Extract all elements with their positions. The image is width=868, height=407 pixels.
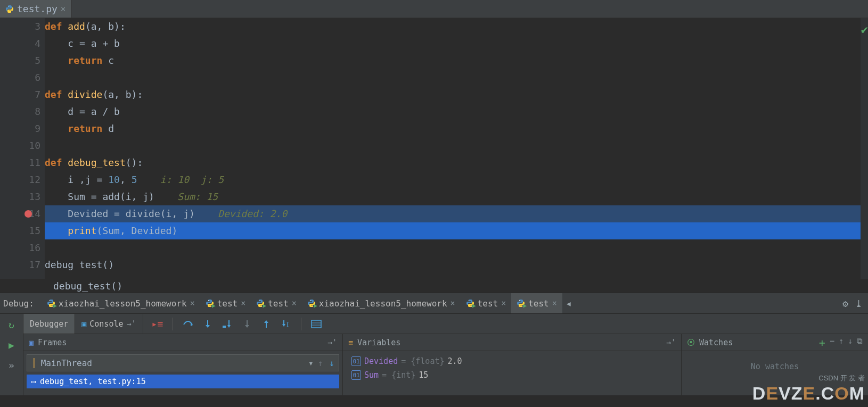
remove-watch-icon[interactable]: − [830,336,834,349]
code-line[interactable]: def debug_test(): [45,154,868,171]
close-icon[interactable]: × [61,4,66,14]
evaluate-expression-icon[interactable] [311,320,322,328]
debug-tab-label: test [478,298,498,309]
watch-up-icon[interactable]: ↑ [839,336,844,349]
console-subtab[interactable]: ▣ Console →' [75,314,143,334]
close-icon[interactable]: × [190,298,195,308]
code-line[interactable]: def add(a, b): [45,18,868,35]
debug-session-tab[interactable]: ▶test× [200,293,251,313]
restore-layout-icon[interactable]: →' [666,338,676,347]
code-line[interactable]: def divide(a, b): [45,86,868,103]
python-run-icon: ▶ [47,299,55,308]
settings-icon[interactable]: ⚙ [842,298,848,309]
variable-row[interactable]: 01 Devided = {float} 2.0 [347,354,677,368]
code-line[interactable]: c = a + b [45,35,868,52]
file-tab-bar: test.py × [0,0,868,18]
frame-up-icon[interactable]: ↑ [318,358,323,368]
svg-point-3 [52,306,53,306]
step-into-icon[interactable] [203,319,212,329]
stack-frame-label: debug_test, test.py:15 [40,377,146,386]
code-line[interactable]: print(Sum, Devided) [45,222,868,239]
frames-title: Frames [38,338,67,347]
scrollbar-track[interactable] [861,18,868,279]
svg-point-10 [468,300,469,301]
variables-panel: ≡ Variables →' 01 Devided = {float} 2.00… [343,334,682,395]
line-number-gutter[interactable]: 34567891011121314151617 [0,18,45,279]
var-name: Devided [364,356,398,366]
svg-point-2 [50,300,50,301]
inspection-ok-icon[interactable]: ✔ [861,21,868,38]
resume-button[interactable]: ▶ [4,337,19,352]
variables-title: Variables [357,338,400,347]
debug-tab-label: test [217,298,238,309]
force-step-into-icon[interactable] [242,319,252,329]
code-line[interactable]: d = a / b [45,103,868,120]
svg-point-6 [259,300,259,301]
code-line[interactable]: return d [45,120,868,137]
svg-rect-14 [223,326,226,328]
more-button[interactable]: » [4,358,19,372]
debug-session-tab[interactable]: ▶xiaozhai_lesson5_homework× [302,293,461,313]
debug-session-tab[interactable]: ▶test× [511,293,562,313]
debug-session-tab[interactable]: ▶test× [461,293,512,313]
close-icon[interactable]: × [451,298,455,308]
file-tab-label: test.py [17,3,58,14]
duplicate-watch-icon[interactable]: ⧉ [857,336,863,349]
step-out-icon[interactable] [261,319,271,329]
code-line[interactable]: i ,j = 10, 5 i: 10 j: 5 [45,171,868,188]
var-type: = {float} [401,356,444,366]
restore-layout-icon[interactable]: →' [327,338,337,347]
close-icon[interactable]: × [292,298,297,308]
variables-icon: ≡ [348,338,353,347]
close-icon[interactable]: × [501,298,506,308]
svg-point-0 [8,5,9,6]
close-icon[interactable]: × [241,298,245,308]
python-file-icon [5,5,14,13]
stack-frame-row[interactable]: ▭ debug_test, test.py:15 [27,375,339,388]
var-type-badge: 01 [351,370,361,380]
svg-point-1 [11,11,11,12]
svg-point-12 [519,300,520,301]
code-line[interactable] [45,239,868,256]
debug-exec-preview: debug_test() [0,279,868,293]
code-line[interactable]: Sum = add(i, j) Sum: 15 [45,188,868,205]
thread-selector[interactable]: ⎮ MainThread ▾ ↑ ↓ [27,354,339,371]
add-watch-icon[interactable]: + [819,336,825,349]
exec-line-text: debug_test() [53,280,122,292]
debug-tool-window-header: Debug: ▶xiaozhai_lesson5_homework×▶test×… [0,293,868,314]
breakpoint-icon[interactable] [24,210,32,218]
variable-row[interactable]: 01 Sum = {int} 15 [347,368,677,382]
show-execution-point-icon[interactable]: ▸≡ [152,318,163,329]
frame-down-icon[interactable]: ↓ [329,358,334,368]
scroll-left-icon[interactable]: ◂ [562,297,575,310]
debug-session-tab[interactable]: ▶test× [251,293,302,313]
dropdown-icon[interactable]: ▾ [308,358,314,368]
run-to-cursor-icon[interactable]: I [281,319,291,329]
code-line[interactable]: debug test() [45,256,868,273]
frames-icon: ▣ [29,338,34,347]
code-line[interactable]: Devided = divide(i, j) Devided: 2.0 [45,205,868,222]
var-type: = {int} [382,370,415,380]
debug-tab-label: test [268,298,289,309]
hide-icon[interactable]: ⤓ [855,298,863,309]
code-line[interactable] [45,137,868,154]
code-area[interactable]: def add(a, b): c = a + b return cdef div… [45,18,868,279]
frame-icon: ▭ [31,377,36,386]
svg-point-9 [313,306,313,306]
step-into-my-code-icon[interactable] [222,319,233,329]
file-tab[interactable]: test.py × [0,0,72,18]
debug-session-tab[interactable]: ▶xiaozhai_lesson5_homework× [42,293,200,313]
python-run-icon: ▶ [307,299,316,308]
code-line[interactable]: return c [45,52,868,69]
python-run-icon: ▶ [466,299,474,308]
var-type-badge: 01 [351,356,361,366]
watch-down-icon[interactable]: ↓ [848,336,853,349]
watches-title: Watches [699,338,733,347]
debugger-subtab[interactable]: Debugger [23,314,75,334]
close-icon[interactable]: × [552,298,557,308]
python-run-icon: ▶ [206,299,214,308]
step-over-icon[interactable] [183,319,193,329]
rerun-button[interactable]: ↻ [4,317,19,332]
code-editor[interactable]: 34567891011121314151617 def add(a, b): c… [0,18,868,279]
code-line[interactable] [45,69,868,86]
